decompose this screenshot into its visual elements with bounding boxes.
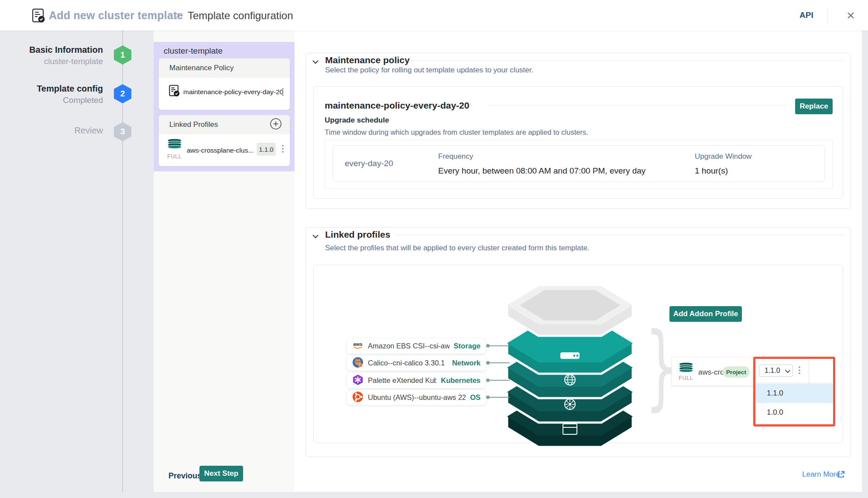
kebab-menu-icon[interactable] xyxy=(282,145,284,147)
breadcrumb-parent[interactable]: Add new cluster template xyxy=(49,9,183,22)
step-subtitle: cluster-template xyxy=(0,57,103,66)
api-button[interactable]: API xyxy=(799,10,813,20)
breadcrumb-separator-icon: > xyxy=(175,10,181,20)
connector-line xyxy=(488,362,510,363)
previous-button[interactable]: Previous xyxy=(167,469,203,483)
add-addon-profile-button[interactable]: Add Addon Profile xyxy=(669,306,742,322)
add-cluster-template-window: Add new cluster template > Template conf… xyxy=(0,0,868,498)
version-select[interactable]: 1.1.0 xyxy=(759,365,793,377)
tree-linked-item[interactable]: aws-crossplane-clus... xyxy=(187,147,254,154)
storage-layer-icon xyxy=(560,352,580,359)
connector-line xyxy=(488,397,510,398)
layer-pill-os[interactable]: Ubuntu (AWS)--ubuntu-aws 22... OS xyxy=(347,390,486,405)
upgrade-schedule-heading: Upgrade schedule xyxy=(325,116,389,125)
frequency-value: Every hour, between 08:00 AM and 07:00 P… xyxy=(438,166,645,176)
svg-text:aws: aws xyxy=(353,341,363,347)
full-badge: FULL xyxy=(676,375,696,381)
full-profile-layers-icon xyxy=(166,138,183,152)
cluster-layer-stack-graphic xyxy=(491,283,648,458)
calico-icon xyxy=(352,357,364,370)
section-subtitle: Select the profiles that will be applied… xyxy=(325,244,590,252)
connector-line xyxy=(488,380,510,381)
collapse-chevron-icon[interactable] xyxy=(312,232,319,237)
external-link-icon[interactable] xyxy=(837,470,845,481)
step-title: Basic Information xyxy=(0,45,103,55)
header: Add new cluster template > Template conf… xyxy=(0,0,868,31)
add-profile-plus-icon[interactable] xyxy=(270,118,282,132)
learn-more-label: Learn More xyxy=(802,470,840,478)
upgrade-window-value: 1 hour(s) xyxy=(695,166,728,176)
schedule-row xyxy=(333,145,825,182)
layer-pill-label: Amazon EBS CSI--csi-aws... xyxy=(368,342,449,350)
policy-doc-icon xyxy=(168,85,180,99)
version-option[interactable]: 1.0.0 xyxy=(755,403,833,422)
layer-pill-tag: OS xyxy=(470,393,480,402)
learn-more-link[interactable]: Learn More xyxy=(802,470,840,479)
full-badge: FULL xyxy=(165,153,184,160)
header-divider xyxy=(827,9,828,23)
schedule-name: every-day-20 xyxy=(345,159,393,168)
layer-pill-tag: Network xyxy=(452,359,480,367)
step-title: Review xyxy=(0,126,103,136)
upgrade-window-label: Upgrade Window xyxy=(695,152,751,161)
replace-button[interactable]: Replace xyxy=(795,99,833,114)
section-divider xyxy=(410,60,843,61)
cluster-template-doc-icon xyxy=(31,8,45,25)
section-divider xyxy=(395,235,843,235)
tree-panel-title: cluster-template xyxy=(164,46,223,56)
full-profile-layers-icon xyxy=(677,362,695,375)
section-title: Maintenance policy xyxy=(325,55,410,65)
connector-line xyxy=(488,345,510,346)
collapse-chevron-icon[interactable] xyxy=(312,58,319,62)
tree-maintenance-item[interactable]: maintenance-policy-every-day-20 xyxy=(183,88,283,96)
kebab-menu-icon[interactable] xyxy=(799,366,800,368)
tree-maintenance-card: Maintenance Policy maintenance-policy-ev… xyxy=(159,58,290,110)
layer-pill-tag: Storage xyxy=(454,342,480,350)
layer-pill-label: Ubuntu (AWS)--ubuntu-aws 22... xyxy=(368,393,466,402)
policy-card-title: maintenance-policy-every-day-20 xyxy=(325,100,469,111)
kebab-menu-icon[interactable] xyxy=(282,88,284,90)
tree-maintenance-header: Maintenance Policy xyxy=(159,58,290,78)
chevron-down-icon xyxy=(785,367,791,373)
layer-pill-storage[interactable]: aws Amazon EBS CSI--csi-aws... Storage xyxy=(347,338,486,354)
section-title: Linked profiles xyxy=(325,229,390,240)
step-title: Template config xyxy=(0,84,103,94)
version-dropdown: 1.1.0 1.0.0 xyxy=(755,384,833,425)
policy-title-divider xyxy=(488,105,786,106)
breadcrumb-current: Template configuration xyxy=(188,10,293,22)
tree-linked-version-badge: 1.1.0 xyxy=(257,143,276,156)
step-subtitle: Completed xyxy=(0,96,103,105)
frequency-label: Frequency xyxy=(438,152,473,161)
version-select-value: 1.1.0 xyxy=(765,367,780,375)
upgrade-schedule-description: Time window during which upgrades from c… xyxy=(325,128,588,136)
layer-pill-label: Calico--cni-calico 3.30.1 xyxy=(368,359,448,367)
layer-pill-network[interactable]: Calico--cni-calico 3.30.1 Network xyxy=(347,355,486,371)
next-step-button[interactable]: Next Step xyxy=(199,466,243,481)
version-option[interactable]: 1.1.0 xyxy=(755,384,833,403)
tree-linked-header-label: Linked Profiles xyxy=(169,120,218,129)
ubuntu-icon xyxy=(352,391,364,404)
layer-pill-tag: Kubernetes xyxy=(441,376,480,385)
section-subtitle: Select the policy for rolling out templa… xyxy=(325,66,533,75)
tree-linked-profiles-card: Linked Profiles FULL aws-crossplane-c xyxy=(159,115,290,166)
close-icon[interactable]: × xyxy=(847,7,855,23)
project-scope-badge: Project xyxy=(723,366,750,378)
kubernetes-layer-icon xyxy=(565,399,575,409)
tree-linked-header: Linked Profiles xyxy=(159,115,290,134)
aws-icon: aws xyxy=(352,340,364,353)
layer-pill-kubernetes[interactable]: Palette eXtended Kub... Kubernetes xyxy=(347,373,486,388)
palette-xks-icon xyxy=(352,374,364,387)
layer-pill-label: Palette eXtended Kub... xyxy=(368,376,436,385)
